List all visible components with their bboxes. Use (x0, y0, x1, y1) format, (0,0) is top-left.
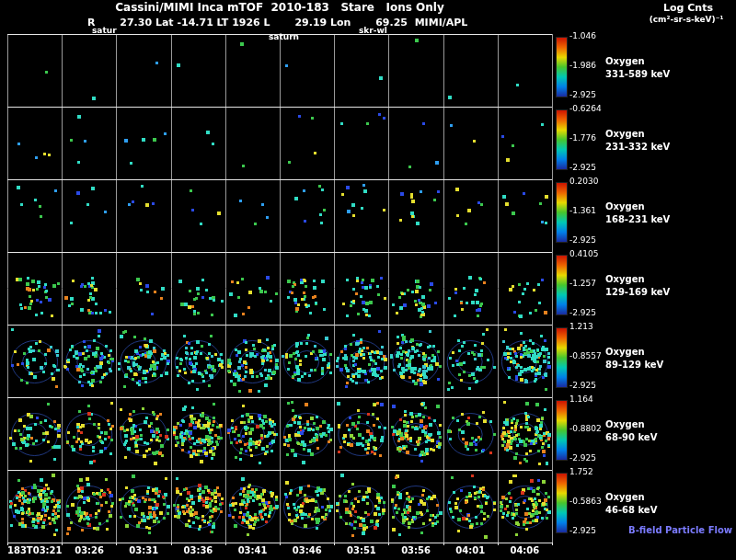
row-species-label: Oxygen (605, 419, 645, 429)
row-species-label: Oxygen (605, 56, 645, 66)
colorbar (556, 255, 568, 315)
colorbar-max-label: 0.4105 (569, 250, 599, 259)
colorbar-min-label: -2.925 (569, 454, 596, 463)
row-species-label: Oxygen (605, 274, 645, 284)
x-tick-label: 03:46 (280, 545, 334, 555)
cassini-mimi-inca-display: Cassini/MIMI Inca mTOF 2010-183 Stare Io… (0, 0, 736, 560)
colorbar-legend-title: Log Cnts (644, 3, 732, 14)
row-species-label: Oxygen (605, 201, 645, 211)
colorbar-mid-label: -1.986 (569, 62, 596, 71)
colorbar-mid-label: -1.361 (569, 207, 596, 216)
x-tick-label: 03:56 (388, 545, 443, 555)
annotation-satur: satur (92, 27, 117, 36)
colorbar-max-label: 1.164 (569, 395, 593, 405)
time-axis: 183T03:2103:2603:3103:3603:4103:4603:510… (7, 545, 552, 555)
colorbar-min-label: -2.925 (569, 309, 596, 318)
x-tick-label: 03:31 (117, 545, 171, 555)
row-energy-label: 129-169 keV (605, 287, 670, 297)
x-tick-label: 04:06 (498, 545, 552, 555)
row-energy-label: 89-129 keV (605, 360, 663, 370)
colorbar-mid-label: -0.8802 (569, 425, 602, 434)
colorbar (556, 109, 568, 170)
colorbar (556, 182, 568, 243)
row-energy-label: 231-332 keV (605, 142, 670, 152)
colorbar-max-label: -1.046 (569, 32, 596, 41)
bfield-particle-flow-label: B-field Particle Flow (628, 525, 732, 535)
colorbar (556, 400, 568, 461)
colorbar-mid-label: -1.257 (569, 280, 596, 289)
colorbar-min-label: -2.925 (569, 382, 596, 391)
colorbar-mid-label: -0.8557 (569, 352, 602, 361)
colorbar (556, 37, 568, 97)
colorbar-mid-label: -1.776 (569, 134, 596, 143)
row-species-label: Oxygen (605, 129, 645, 139)
row-energy-label: 46-68 keV (605, 505, 657, 515)
x-tick-label: 04:01 (443, 545, 498, 555)
row-energy-label: 68-90 keV (605, 432, 657, 442)
colorbar-min-label: -2.925 (569, 236, 596, 246)
x-tick-label: 03:26 (63, 545, 117, 555)
plot-title: Cassini/MIMI Inca mTOF 2010-183 Stare Io… (7, 2, 552, 14)
x-tick-label: 03:41 (225, 545, 280, 555)
colorbar-max-label: 0.2030 (569, 177, 599, 187)
colorbar (556, 327, 568, 388)
row-species-label: Oxygen (605, 347, 645, 357)
colorbar-legend-units: (cm²-sr-s-keV)⁻¹ (638, 16, 734, 25)
x-tick-label: 03:36 (171, 545, 225, 555)
x-tick-label: 183T03:21 (7, 545, 63, 555)
annotation-saturn: saturn (269, 33, 299, 42)
colorbar-max-label: -0.6264 (569, 105, 602, 114)
colorbar-max-label: 1.213 (569, 323, 593, 332)
row-energy-label: 331-589 keV (605, 69, 670, 79)
x-tick-label: 03:51 (334, 545, 388, 555)
colorbar-min-label: -2.925 (569, 164, 596, 173)
colorbar (556, 473, 568, 533)
colorbar-max-label: 1.752 (569, 468, 593, 477)
annotation-skr-wl: skr-wl (359, 27, 387, 36)
colorbar-min-label: -2.925 (569, 91, 596, 100)
colorbar-min-label: -2.925 (569, 527, 596, 536)
ephemeris-line: R 27.30 Lat -14.71 LT 1926 L 29.19 Lon 6… (87, 17, 467, 29)
row-species-label: Oxygen (605, 492, 645, 502)
row-energy-label: 168-231 keV (605, 214, 670, 224)
colorbar-mid-label: -0.5863 (569, 497, 602, 507)
